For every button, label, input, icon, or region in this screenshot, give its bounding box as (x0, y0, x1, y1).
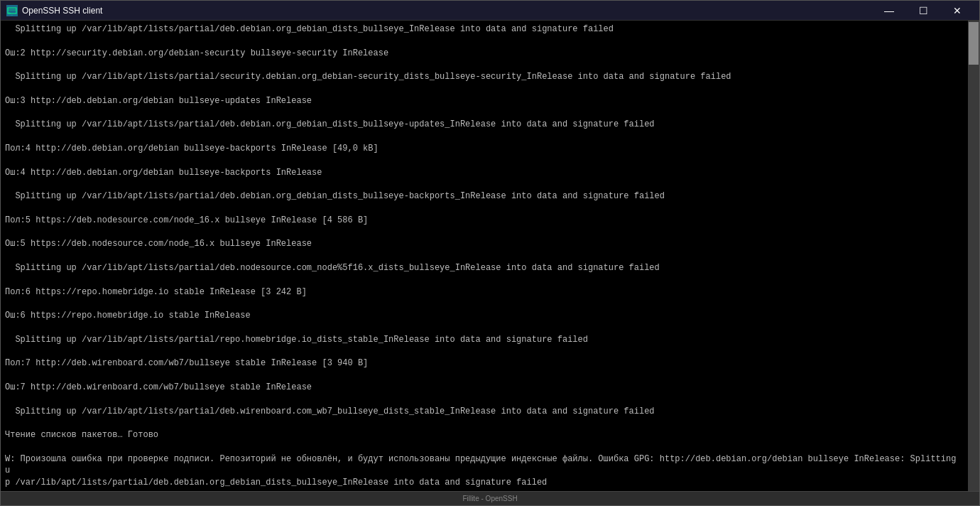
terminal-area: Splitting up /var/lib/apt/lists/partial/… (1, 21, 979, 491)
terminal-line: Splitting up /var/lib/apt/lists/partial/… (5, 262, 964, 274)
terminal-line: W: Произошла ошибка при проверке подписи… (5, 453, 964, 489)
terminal-line: Ош:2 http://security.debian.org/debian-s… (5, 48, 964, 60)
terminal-line: Ош:6 https://repo.homebridge.io stable I… (5, 310, 964, 322)
terminal-line: Ош:4 http://deb.debian.org/debian bullse… (5, 167, 964, 179)
terminal-line: Ош:7 http://deb.wirenboard.com/wb7/bulls… (5, 382, 964, 394)
terminal-line: Пол:7 http://deb.wirenboard.com/wb7/bull… (5, 357, 964, 370)
terminal-line: Splitting up /var/lib/apt/lists/partial/… (5, 334, 964, 346)
minimize-button[interactable]: — (873, 1, 905, 21)
maximize-button[interactable]: ☐ (907, 1, 940, 21)
terminal-output[interactable]: Splitting up /var/lib/apt/lists/partial/… (1, 21, 968, 491)
scrollbar[interactable] (968, 21, 979, 491)
terminal-line: Splitting up /var/lib/apt/lists/partial/… (5, 406, 964, 418)
window-title: OpenSSH SSH client (22, 6, 873, 16)
bottom-bar-text: Fillite - OpenSSH (462, 495, 517, 502)
svg-text:>_: >_ (9, 11, 13, 16)
main-window: >_ OpenSSH SSH client — ☐ ✕ Splitting up… (0, 0, 980, 506)
terminal-line: Чтение списков пакетов… Готово (5, 429, 964, 441)
terminal-line: Splitting up /var/lib/apt/lists/partial/… (5, 23, 964, 36)
terminal-line: Пол:4 http://deb.debian.org/debian bulls… (5, 143, 964, 155)
terminal-line: Пол:6 https://repo.homebridge.io stable … (5, 286, 964, 298)
terminal-line: Пол:5 https://deb.nodesource.com/node_16… (5, 215, 964, 227)
terminal-line: Splitting up /var/lib/apt/lists/partial/… (5, 190, 964, 203)
terminal-line: Ош:3 http://deb.debian.org/debian bullse… (5, 95, 964, 107)
scrollbar-thumb[interactable] (969, 22, 979, 65)
bottom-bar: Fillite - OpenSSH (1, 491, 979, 505)
terminal-line: Splitting up /var/lib/apt/lists/partial/… (5, 119, 964, 131)
title-bar: >_ OpenSSH SSH client — ☐ ✕ (1, 1, 979, 21)
window-controls: — ☐ ✕ (873, 1, 974, 21)
app-icon: >_ (6, 5, 18, 16)
terminal-line: Ош:5 https://deb.nodesource.com/node_16.… (5, 238, 964, 250)
terminal-line: Splitting up /var/lib/apt/lists/partial/… (5, 71, 964, 83)
close-button[interactable]: ✕ (941, 1, 974, 21)
